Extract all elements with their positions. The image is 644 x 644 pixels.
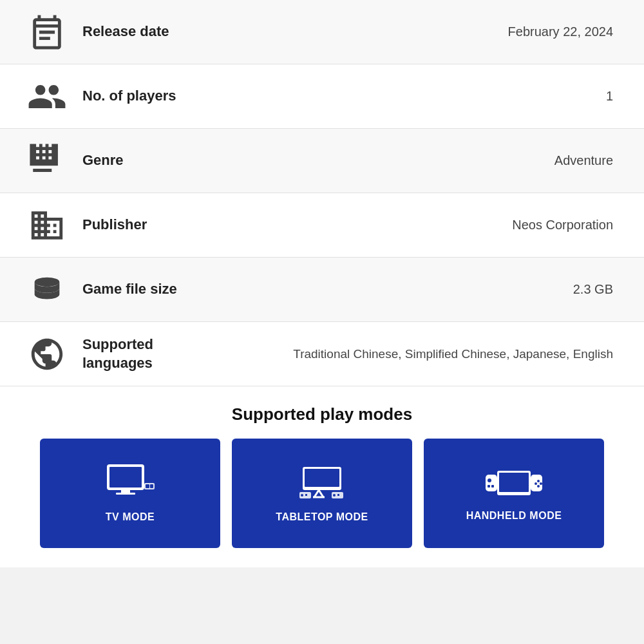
release-date-label: Release date [76, 23, 348, 41]
svg-rect-2 [109, 467, 142, 488]
publisher-icon [18, 207, 76, 244]
svg-rect-22 [491, 485, 494, 488]
svg-line-11 [319, 490, 323, 497]
players-icon [18, 77, 76, 117]
globe-icon [18, 336, 76, 373]
publisher-label: Publisher [76, 216, 348, 234]
svg-rect-9 [305, 469, 339, 487]
handheld-mode-icon [485, 466, 543, 504]
tabletop-mode-card: TABLETOP MODE [232, 439, 412, 548]
publisher-row: Publisher Neos Corporation [0, 193, 644, 258]
svg-point-29 [537, 485, 540, 488]
modes-grid: TV MODE [18, 439, 626, 548]
languages-row: Supported languages Traditional Chinese,… [0, 322, 644, 386]
svg-rect-15 [305, 494, 307, 496]
filesize-value: 2.3 GB [348, 282, 626, 297]
release-date-value: February 22, 2024 [348, 24, 626, 39]
play-modes-section: Supported play modes TV MODE [0, 386, 644, 567]
svg-point-14 [301, 494, 303, 497]
players-value: 1 [348, 89, 626, 104]
svg-point-17 [333, 494, 336, 497]
svg-rect-21 [488, 485, 490, 488]
svg-line-10 [314, 490, 319, 497]
svg-point-28 [540, 482, 542, 485]
genre-value: Adventure [348, 153, 626, 168]
info-table: Release date February 22, 2024 No. of pl… [0, 0, 644, 386]
svg-rect-6 [146, 484, 149, 488]
filesize-label: Game file size [76, 280, 348, 299]
tv-mode-card: TV MODE [40, 439, 220, 548]
svg-rect-24 [499, 473, 529, 492]
handheld-mode-label: HANDHELD MODE [466, 510, 562, 522]
tv-mode-label: TV MODE [106, 511, 155, 523]
svg-rect-18 [337, 494, 339, 496]
publisher-value: Neos Corporation [348, 218, 626, 232]
release-date-row: Release date February 22, 2024 [0, 0, 644, 64]
calendar-icon [18, 14, 76, 51]
tabletop-mode-label: TABLETOP MODE [276, 511, 368, 523]
svg-point-26 [537, 480, 540, 482]
svg-rect-4 [116, 493, 135, 495]
genre-label: Genre [76, 151, 348, 170]
svg-point-0 [35, 277, 60, 287]
svg-rect-3 [121, 489, 130, 493]
languages-value: Traditional Chinese, Simplified Chinese,… [218, 347, 626, 361]
genre-row: Genre Adventure [0, 129, 644, 193]
players-label: No. of players [76, 87, 348, 106]
tv-mode-icon [104, 464, 156, 505]
play-modes-title: Supported play modes [18, 404, 626, 424]
filesize-row: Game file size 2.3 GB [0, 258, 644, 322]
genre-icon [18, 142, 76, 180]
svg-rect-7 [150, 484, 153, 488]
filesize-icon [18, 271, 76, 308]
svg-point-20 [488, 478, 491, 482]
languages-label: Supported languages [76, 336, 218, 372]
svg-point-27 [535, 482, 537, 485]
svg-rect-19 [486, 475, 497, 491]
tabletop-mode-icon [296, 464, 348, 505]
handheld-mode-card: HANDHELD MODE [424, 439, 604, 548]
players-row: No. of players 1 [0, 64, 644, 129]
